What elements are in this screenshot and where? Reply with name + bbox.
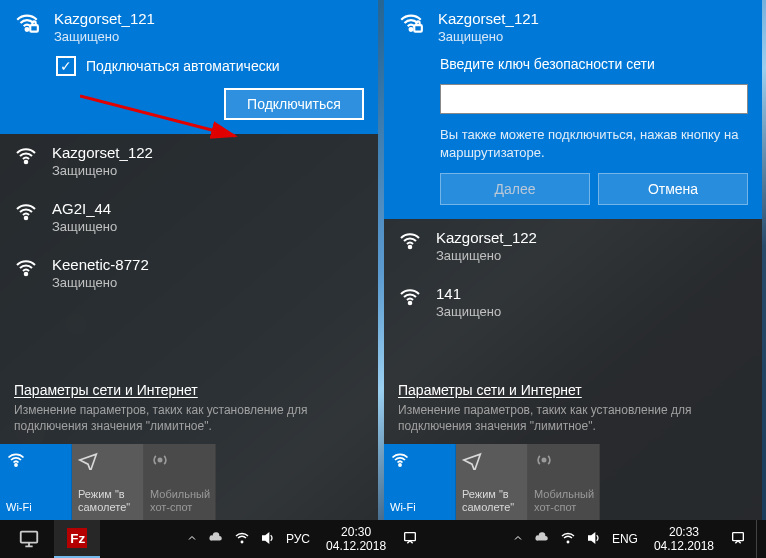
tray-wifi-icon[interactable] [560,530,576,549]
svg-point-4 [25,273,28,276]
tray-notifications-icon[interactable] [402,530,418,549]
auto-connect-label: Подключаться автоматически [86,58,280,74]
network-item[interactable]: 141 Защищено [384,275,762,331]
network-item[interactable]: Keenetic-8772 Защищено [0,246,378,302]
next-button-label: Далее [494,181,535,197]
network-ssid: AG2I_44 [52,200,364,217]
tile-label: Wi-Fi [390,501,449,514]
svg-point-8 [410,28,413,31]
tile-airplane[interactable]: Режим "в самолете" [456,444,528,520]
auto-connect-checkbox[interactable]: ✓ Подключаться автоматически [56,56,364,76]
wifi-secure-icon [398,10,424,39]
tray-chevron-up-icon[interactable] [512,532,524,547]
tray-date: 04.12.2018 [654,539,714,553]
wifi-secure-icon [14,144,38,171]
network-flyout-right: Kazgorset_121 Защищено Введите ключ безо… [384,0,762,520]
cancel-button[interactable]: Отмена [598,173,748,205]
tray-language[interactable]: РУС [286,532,310,546]
svg-point-17 [241,541,243,543]
network-settings-link[interactable]: Параметры сети и Интернет Изменение пара… [0,374,378,444]
tile-label: Wi-Fi [6,501,65,514]
tray-time: 20:30 [326,525,386,539]
network-item[interactable]: Kazgorset_122 Защищено [384,219,762,275]
network-item[interactable]: Kazgorset_122 Защищено [0,134,378,190]
wifi-secure-icon [14,200,38,227]
checkbox-icon: ✓ [56,56,76,76]
network-status: Защищено [436,248,748,263]
network-status: Защищено [438,29,748,44]
connect-button[interactable]: Подключиться [224,88,364,120]
tray-volume-icon[interactable] [260,530,276,549]
tile-label: Мобильный хот-спот [534,488,593,514]
connect-panel: ✓ Подключаться автоматически Подключитьс… [0,56,378,134]
tile-wifi[interactable]: Wi-Fi [0,444,72,520]
svg-rect-9 [414,25,422,31]
network-ssid: Kazgorset_122 [436,229,748,246]
wifi-secure-icon [14,10,40,39]
tray-onedrive-icon[interactable] [208,530,224,549]
wifi-secure-icon [398,229,422,256]
tile-hotspot[interactable]: Мобильный хот-спот [144,444,216,520]
next-button[interactable]: Далее [440,173,590,205]
network-ssid: Kazgorset_122 [52,144,364,161]
wps-hint: Вы также можете подключиться, нажав кноп… [440,126,748,161]
tray-language[interactable]: ENG [612,532,638,546]
svg-point-5 [15,464,17,466]
network-item-selected[interactable]: Kazgorset_121 Защищено [0,0,378,56]
settings-desc: Изменение параметров, таких как установл… [14,402,364,434]
settings-title: Параметры сети и Интернет [14,382,364,398]
svg-point-0 [26,28,29,31]
network-ssid: Kazgorset_121 [438,10,748,27]
cancel-button-label: Отмена [648,181,698,197]
network-flyout-left: Kazgorset_121 Защищено ✓ Подключаться ав… [0,0,378,520]
hotspot-icon [534,450,593,473]
show-desktop-button[interactable] [756,520,762,558]
svg-rect-1 [30,25,38,31]
network-status: Защищено [52,219,364,234]
svg-text:Fz: Fz [70,531,85,546]
wifi-secure-icon [398,285,422,312]
network-item-selected[interactable]: Kazgorset_121 Защищено [384,0,762,56]
key-prompt: Введите ключ безопасности сети [440,56,748,72]
wifi-icon [390,450,449,473]
svg-rect-20 [733,532,744,540]
network-status: Защищено [436,304,748,319]
quick-tiles: Wi-Fi Режим "в самолете" Мобильный хот-с… [0,444,378,520]
network-ssid: Keenetic-8772 [52,256,364,273]
taskbar: Fz РУС 20:30 04.12.2018 ENG 20:33 04.12.… [0,520,766,558]
svg-point-19 [567,541,569,543]
svg-point-6 [158,458,161,461]
airplane-icon [78,450,137,473]
tray-wifi-icon[interactable] [234,530,250,549]
network-status: Защищено [54,29,364,44]
svg-point-13 [542,458,545,461]
tile-airplane[interactable]: Режим "в самолете" [72,444,144,520]
tray-volume-icon[interactable] [586,530,602,549]
network-ssid: Kazgorset_121 [54,10,364,27]
tray-onedrive-icon[interactable] [534,530,550,549]
settings-desc: Изменение параметров, таких как установл… [398,402,748,434]
taskbar-app-filezilla[interactable]: Fz [54,520,100,558]
tile-label: Режим "в самолете" [78,488,137,514]
svg-point-10 [409,246,412,249]
taskbar-app-computer[interactable] [6,520,52,558]
tray-clock[interactable]: 20:33 04.12.2018 [648,525,720,554]
airplane-icon [462,450,521,473]
tile-label: Режим "в самолете" [462,488,521,514]
tray-notifications-icon[interactable] [730,530,746,549]
network-ssid: 141 [436,285,748,302]
tray-chevron-up-icon[interactable] [186,532,198,547]
wifi-icon [6,450,65,473]
wifi-secure-icon [14,256,38,283]
svg-point-12 [399,464,401,466]
tile-wifi[interactable]: Wi-Fi [384,444,456,520]
network-item[interactable]: AG2I_44 Защищено [0,190,378,246]
tile-hotspot[interactable]: Мобильный хот-спот [528,444,600,520]
tray-clock[interactable]: 20:30 04.12.2018 [320,525,392,554]
security-key-input[interactable] [440,84,748,114]
svg-point-11 [409,302,412,305]
svg-point-3 [25,217,28,220]
hotspot-icon [150,450,209,473]
network-settings-link[interactable]: Параметры сети и Интернет Изменение пара… [384,374,762,444]
network-status: Защищено [52,163,364,178]
